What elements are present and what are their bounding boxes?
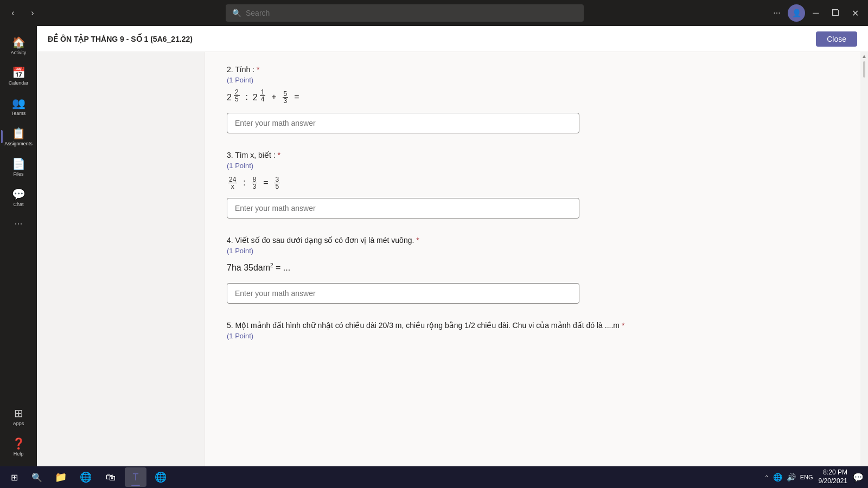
sidebar-label-teams: Teams <box>11 111 26 116</box>
sidebar-item-activity[interactable]: 🏠 Activity <box>3 30 34 61</box>
question-5-block: 5. Một mảnh đất hình chữ nhật có chiều d… <box>227 321 846 340</box>
window-close-button[interactable]: ✕ <box>846 4 864 22</box>
app-layout: 🏠 Activity 📅 Calendar 👥 Teams 📋 Assignme… <box>0 26 868 466</box>
taskbar-search-button[interactable]: 🔍 <box>27 467 47 487</box>
required-star-2: * <box>257 65 259 74</box>
forward-button[interactable]: › <box>24 4 41 22</box>
sidebar-item-apps[interactable]: ⊞ Apps <box>3 401 34 432</box>
question-3-points: (1 Point) <box>227 162 846 170</box>
sidebar: 🏠 Activity 📅 Calendar 👥 Teams 📋 Assignme… <box>0 26 37 466</box>
avatar[interactable]: 👤 <box>788 4 805 22</box>
question-5-title: 5. Một mảnh đất hình chữ nhật có chiều d… <box>227 321 846 330</box>
chat-icon: 💬 <box>12 188 25 201</box>
titlebar: ‹ › 🔍 ··· 👤 ─ ⧠ ✕ <box>0 0 868 26</box>
sidebar-more-button[interactable]: ··· <box>3 215 34 232</box>
sidebar-label-assignments: Assignments <box>4 141 33 146</box>
window-controls: ··· 👤 ─ ⧠ ✕ <box>768 4 864 22</box>
clock-time: 8:20 PM <box>819 468 847 477</box>
system-clock: 8:20 PM 9/20/2021 <box>819 468 847 485</box>
assignments-icon: 📋 <box>12 127 25 140</box>
content-header: ĐỀ ÔN TẬP THÁNG 9 - SỐ 1 (5A6_21.22) Clo… <box>37 26 868 52</box>
sidebar-item-help[interactable]: ❓ Help <box>3 432 34 462</box>
taskbar-right: ⌃ 🌐 🔊 ENG 8:20 PM 9/20/2021 💬 <box>764 468 864 485</box>
taskbar-file-explorer[interactable]: 📁 <box>50 467 72 487</box>
question-2-title: 2. Tính : * <box>227 65 846 74</box>
sidebar-label-activity: Activity <box>11 50 27 55</box>
page-title: ĐỀ ÔN TẬP THÁNG 9 - SỐ 1 (5A6_21.22) <box>48 35 193 43</box>
taskbar-store[interactable]: 🛍 <box>100 467 122 487</box>
question-3-title: 3. Tìm x, biết : * <box>227 151 846 159</box>
question-4-block: 4. Viết số đo sau dưới dạng số có đơn vị… <box>227 236 846 304</box>
nav-buttons: ‹ › <box>4 4 41 22</box>
notification-icon[interactable]: 💬 <box>853 472 864 483</box>
taskbar-edge[interactable]: 🌐 <box>75 467 97 487</box>
sidebar-item-calendar[interactable]: 📅 Calendar <box>3 61 34 91</box>
sidebar-label-files: Files <box>13 171 23 177</box>
question-4-title: 4. Viết số đo sau dưới dạng số có đơn vị… <box>227 236 846 245</box>
sidebar-item-teams[interactable]: 👥 Teams <box>3 91 34 121</box>
question-5-points: (1 Point) <box>227 332 846 340</box>
taskbar-left: ⊞ 🔍 📁 🌐 🛍 T 🌐 <box>4 467 171 487</box>
sidebar-item-assignments[interactable]: 📋 Assignments <box>3 121 34 152</box>
content-wrapper: 2. Tính : * (1 Point) 2 2 5 : <box>37 52 868 466</box>
question-2-input[interactable] <box>227 113 579 133</box>
calendar-icon: 📅 <box>12 66 25 79</box>
minimize-button[interactable]: ─ <box>807 4 825 22</box>
sidebar-item-chat[interactable]: 💬 Chat <box>3 182 34 213</box>
sidebar-item-files[interactable]: 📄 Files <box>3 152 34 182</box>
files-icon: 📄 <box>12 157 25 170</box>
taskbar-chrome[interactable]: 🌐 <box>150 467 171 487</box>
list-panel <box>37 52 205 466</box>
question-3-input[interactable] <box>227 198 579 219</box>
question-2-math: 2 2 5 : 2 1 4 <box>227 88 846 106</box>
search-input[interactable] <box>246 9 577 17</box>
sys-tray: ⌃ 🌐 🔊 ENG <box>764 473 813 481</box>
question-4-math: 7ha 35dam2 = ... <box>227 259 846 277</box>
volume-icon[interactable]: 🔊 <box>787 473 796 481</box>
tray-chevron[interactable]: ⌃ <box>764 474 769 480</box>
network-icon: 🌐 <box>773 473 782 481</box>
sidebar-label-apps: Apps <box>13 421 24 426</box>
scrollbar-track[interactable]: ▲ <box>860 52 868 466</box>
clock-date: 9/20/2021 <box>819 477 847 486</box>
taskbar: ⊞ 🔍 📁 🌐 🛍 T 🌐 ⌃ 🌐 🔊 ENG 8:20 PM 9/20/202… <box>0 466 868 488</box>
question-2-block: 2. Tính : * (1 Point) 2 2 5 : <box>227 65 846 133</box>
question-3-math: 24 x : 8 3 = 3 5 <box>227 174 846 191</box>
scroll-thumb[interactable] <box>863 61 865 78</box>
search-icon: 🔍 <box>232 9 241 17</box>
back-button[interactable]: ‹ <box>4 4 22 22</box>
activity-icon: 🏠 <box>12 36 25 49</box>
more-options-button[interactable]: ··· <box>768 4 786 22</box>
maximize-button[interactable]: ⧠ <box>827 4 844 22</box>
question-4-input[interactable] <box>227 283 579 304</box>
search-bar[interactable]: 🔍 <box>226 4 584 22</box>
close-assignment-button[interactable]: Close <box>816 31 857 47</box>
sidebar-label-chat: Chat <box>13 202 23 207</box>
required-star-3: * <box>278 151 280 159</box>
question-3-block: 3. Tìm x, biết : * (1 Point) 24 x : 8 3 <box>227 151 846 219</box>
help-icon: ❓ <box>12 437 25 450</box>
scroll-up-arrow[interactable]: ▲ <box>861 53 867 59</box>
start-button[interactable]: ⊞ <box>4 467 24 487</box>
language-label: ENG <box>800 474 813 480</box>
sidebar-label-help: Help <box>14 451 24 457</box>
required-star-4: * <box>416 236 419 245</box>
apps-icon: ⊞ <box>14 407 23 420</box>
required-star-5: * <box>622 321 624 330</box>
question-2-points: (1 Point) <box>227 76 846 84</box>
right-panel: ĐỀ ÔN TẬP THÁNG 9 - SỐ 1 (5A6_21.22) Clo… <box>37 26 868 466</box>
teams-icon: 👥 <box>12 97 25 110</box>
taskbar-teams[interactable]: T <box>125 467 146 487</box>
question-4-points: (1 Point) <box>227 247 846 255</box>
main-content[interactable]: 2. Tính : * (1 Point) 2 2 5 : <box>205 52 868 466</box>
sidebar-label-calendar: Calendar <box>9 80 29 86</box>
